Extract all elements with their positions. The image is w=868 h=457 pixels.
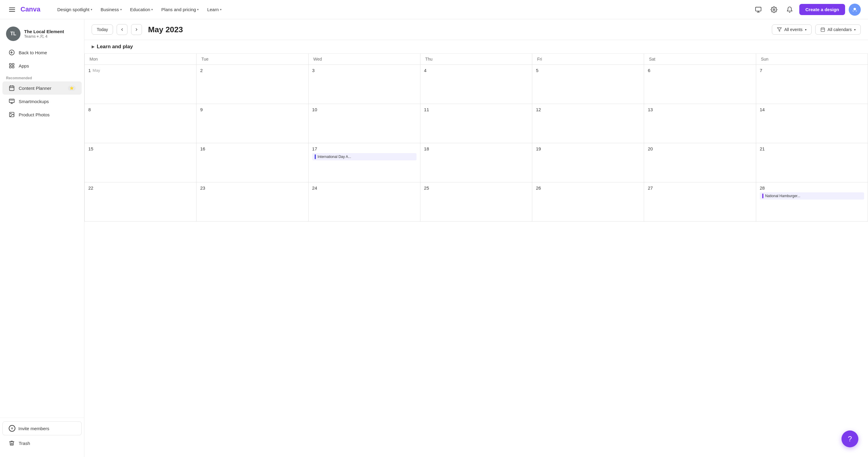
sidebar: TL The Local Element Teams 4 Back to Hom… [0, 19, 84, 457]
day-header-sun: Sun [756, 54, 868, 65]
cal-day-28[interactable]: 28 National Hamburger... [756, 182, 868, 221]
sidebar-content-planner[interactable]: Content Planner ⭐ [2, 82, 82, 95]
cal-day-15[interactable]: 15 [85, 143, 196, 182]
sidebar-bottom: + Invite members Trash [0, 418, 84, 452]
fab-help-button[interactable]: ? [841, 430, 858, 447]
svg-point-3 [854, 8, 856, 10]
nav-education[interactable]: Education ▾ [127, 4, 157, 14]
day-header-mon: Mon [85, 54, 196, 65]
cal-day-7[interactable]: 7 [756, 65, 868, 104]
calendar-month-title: May 2023 [148, 25, 768, 34]
svg-point-17 [10, 113, 11, 114]
cal-day-13[interactable]: 13 [644, 104, 756, 143]
canva-logo[interactable]: Canva [21, 5, 48, 14]
chevron-down-icon: ▾ [91, 8, 92, 11]
sidebar-apps[interactable]: Apps [2, 59, 82, 72]
cal-day-10[interactable]: 10 [309, 104, 421, 143]
nav-business[interactable]: Business ▾ [97, 4, 125, 14]
cal-day-12[interactable]: 12 [532, 104, 644, 143]
content-planner-badge: ⭐ [68, 86, 76, 91]
plus-icon: + [9, 425, 16, 432]
calendar-icon [820, 27, 825, 32]
people-icon [40, 34, 44, 38]
cal-day-26[interactable]: 26 [532, 182, 644, 221]
cal-day-18[interactable]: 18 [421, 143, 532, 182]
top-navigation: Canva Design spotlight ▾ Business ▾ Educ… [0, 0, 868, 19]
desktop-icon[interactable] [752, 4, 764, 16]
svg-point-2 [773, 9, 775, 10]
cal-day-19[interactable]: 19 [532, 143, 644, 182]
calendar-section-header[interactable]: ▶ Learn and play [84, 40, 868, 54]
today-button[interactable]: Today [92, 24, 113, 35]
sidebar-user-section: TL The Local Element Teams 4 [0, 24, 84, 46]
apps-icon [8, 62, 15, 69]
cal-day-9[interactable]: 9 [196, 104, 308, 143]
content-planner-icon [8, 85, 15, 91]
all-calendars-filter[interactable]: All calendars ▾ [815, 24, 861, 35]
cal-day-4[interactable]: 4 [421, 65, 532, 104]
user-avatar[interactable] [849, 4, 861, 16]
cal-day-24[interactable]: 24 [309, 182, 421, 221]
separator-dot [37, 36, 38, 37]
day-header-wed: Wed [309, 54, 421, 65]
section-chevron-icon: ▶ [92, 44, 94, 49]
all-events-filter[interactable]: All events ▾ [772, 24, 812, 35]
cal-day-6[interactable]: 6 [644, 65, 756, 104]
cal-day-20[interactable]: 20 [644, 143, 756, 182]
invite-members-button[interactable]: + Invite members [2, 421, 82, 435]
prev-month-button[interactable] [117, 24, 127, 35]
sidebar-trash[interactable]: Trash [2, 436, 82, 450]
svg-rect-10 [12, 66, 14, 68]
cal-event-national-hamburger[interactable]: National Hamburger... [760, 192, 864, 200]
back-arrow-icon [8, 49, 15, 56]
cal-day-8[interactable]: 8 [85, 104, 196, 143]
day-header-thu: Thu [421, 54, 532, 65]
svg-text:Canva: Canva [21, 5, 41, 13]
cal-day-5[interactable]: 5 [532, 65, 644, 104]
next-month-button[interactable] [131, 24, 142, 35]
chevron-down-icon: ▾ [120, 8, 122, 11]
cal-day-23[interactable]: 23 [196, 182, 308, 221]
nav-plans-pricing[interactable]: Plans and pricing ▾ [158, 4, 202, 14]
svg-rect-19 [821, 28, 825, 32]
cal-day-11[interactable]: 11 [421, 104, 532, 143]
sidebar-back-to-home[interactable]: Back to Home [2, 46, 82, 59]
bell-icon[interactable] [784, 4, 796, 16]
nav-learn[interactable]: Learn ▾ [204, 4, 225, 14]
svg-rect-15 [9, 99, 14, 103]
day-header-sat: Sat [644, 54, 756, 65]
chevron-down-icon: ▾ [854, 28, 856, 31]
cal-day-27[interactable]: 27 [644, 182, 756, 221]
cal-day-22[interactable]: 22 [85, 182, 196, 221]
product-photos-icon [8, 111, 15, 118]
calendar-grid: Mon Tue Wed Thu Fri Sat Sun 1May 2 3 4 5… [84, 54, 868, 221]
svg-rect-11 [10, 86, 14, 90]
event-color-dot [762, 193, 764, 199]
sidebar-product-photos[interactable]: Product Photos [2, 108, 82, 121]
nav-links: Design spotlight ▾ Business ▾ Education … [54, 4, 750, 14]
chevron-down-icon: ▾ [805, 28, 807, 31]
filter-icon [777, 27, 782, 32]
svg-marker-18 [777, 28, 781, 31]
cal-day-17[interactable]: 17 International Day A... [309, 143, 421, 182]
main-content: Today May 2023 All events ▾ All calendar… [84, 19, 868, 457]
cal-day-25[interactable]: 25 [421, 182, 532, 221]
hamburger-menu[interactable] [7, 6, 17, 13]
cal-event-international-day[interactable]: International Day A... [312, 153, 416, 160]
svg-rect-1 [755, 7, 761, 11]
create-design-button[interactable]: Create a design [799, 4, 845, 15]
sidebar-smartmockups[interactable]: Smartmockups [2, 95, 82, 108]
nav-design-spotlight[interactable]: Design spotlight ▾ [54, 4, 96, 14]
svg-rect-7 [10, 64, 11, 65]
cal-day-2[interactable]: 2 [196, 65, 308, 104]
chevron-down-icon: ▾ [151, 8, 153, 11]
day-header-fri: Fri [532, 54, 644, 65]
cal-day-21[interactable]: 21 [756, 143, 868, 182]
chevron-down-icon: ▾ [197, 8, 198, 11]
cal-day-16[interactable]: 16 [196, 143, 308, 182]
trash-icon [8, 440, 15, 447]
cal-day-3[interactable]: 3 [309, 65, 421, 104]
cal-day-14[interactable]: 14 [756, 104, 868, 143]
settings-icon[interactable] [768, 4, 780, 16]
cal-day-1[interactable]: 1May [85, 65, 196, 104]
